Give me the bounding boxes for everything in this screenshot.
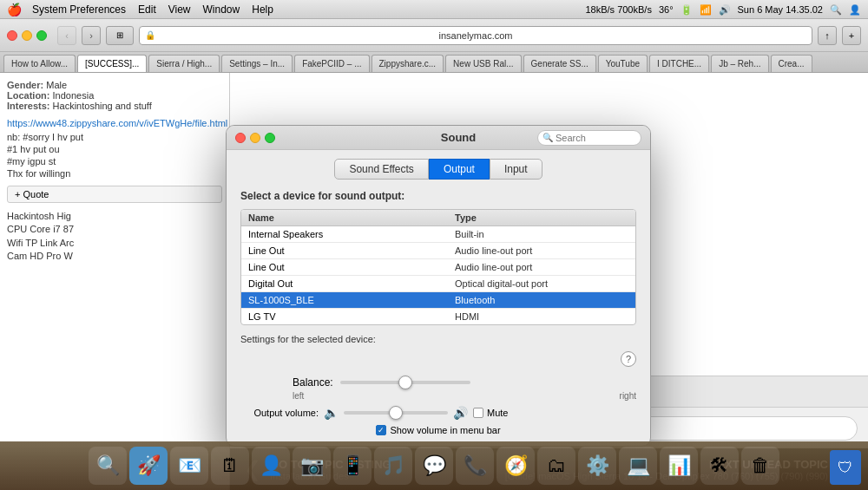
volume-slider[interactable] <box>344 411 448 415</box>
user-icon[interactable]: 👤 <box>849 4 861 16</box>
address-bar[interactable]: 🔒 insanelymac.com <box>139 26 812 45</box>
apple-menu[interactable]: 🍎 <box>7 3 22 16</box>
search-wrapper: 🔍 <box>537 130 641 146</box>
dock-messages[interactable]: 💬 <box>415 447 453 485</box>
show-volume-checkbox[interactable]: ✓ <box>376 425 386 435</box>
url-text: insanelymac.com <box>439 30 513 41</box>
browser-tabs: How to Allow... [SUCCESS]... Sierra / Hi… <box>0 52 868 73</box>
dock-mail[interactable]: 📧 <box>170 447 208 485</box>
dialog-close[interactable] <box>235 133 246 143</box>
dock-finder[interactable]: 🔍 <box>89 447 127 485</box>
volume-row: Output volume: 🔈 🔊 Mute <box>240 406 636 420</box>
menu-edit[interactable]: Edit <box>138 3 156 16</box>
sound-dialog: Sound 🔍 Sound Effects Output Input Selec… <box>226 125 651 447</box>
show-volume-label: Show volume in menu bar <box>390 425 500 435</box>
dock-activity[interactable]: 📊 <box>660 447 698 485</box>
share-button[interactable]: ↑ <box>818 26 837 45</box>
maximize-button[interactable] <box>36 30 47 41</box>
col-header-type: Type <box>455 212 628 223</box>
dialog-body: Select a device for sound output: Name T… <box>227 180 650 446</box>
menu-help[interactable]: Help <box>252 3 273 16</box>
minimize-button[interactable] <box>22 30 32 41</box>
tab-overview-button[interactable]: ⊞ <box>106 26 134 45</box>
volume-icon[interactable]: 🔊 <box>719 4 731 16</box>
mute-checkbox[interactable] <box>473 408 483 418</box>
battery-icon: 🔋 <box>681 4 693 16</box>
vpn-shield-icon[interactable]: 🛡 <box>830 450 861 485</box>
balance-label: Balance: <box>293 376 333 389</box>
dialog-zoom[interactable] <box>265 133 275 143</box>
traffic-lights <box>7 30 47 41</box>
tab-4[interactable]: FakePCIID – ... <box>294 55 369 72</box>
device-row-4[interactable]: SL-1000S_BLE Bluetooth <box>241 292 635 309</box>
menu-view[interactable]: View <box>168 3 191 16</box>
cpu-temp: 36° <box>659 4 674 15</box>
slider-labels: left right <box>293 391 636 401</box>
help-button[interactable]: ? <box>621 351 636 367</box>
dock-phone[interactable]: 📞 <box>456 447 494 485</box>
menubar-right: 18kB/s 700kB/s 36° 🔋 📶 🔊 Sun 6 May 14.35… <box>585 0 861 19</box>
dock-safari[interactable]: 🧭 <box>496 447 535 485</box>
tab-output[interactable]: Output <box>429 159 490 180</box>
tab-1[interactable]: [SUCCESS]... <box>77 55 147 72</box>
device-row-5[interactable]: LG TV HDMI <box>241 309 635 324</box>
quote-button[interactable]: + Quote <box>7 186 222 203</box>
network-icon: 18kB/s 700kB/s <box>585 4 651 15</box>
menu-system-preferences[interactable]: System Preferences <box>32 3 126 16</box>
mute-label: Mute <box>487 408 508 418</box>
device-row-2[interactable]: Line Out Audio line-out port <box>241 259 635 276</box>
new-tab-button[interactable]: + <box>842 26 861 45</box>
tab-11[interactable]: Crea... <box>771 55 812 72</box>
tab-8[interactable]: YouTube <box>598 55 648 72</box>
volume-label: Output volume: <box>240 408 319 418</box>
forum-link[interactable]: https://www48.zippyshare.com/v/ivETWgHe/… <box>7 118 222 128</box>
dock-terminal[interactable]: 💻 <box>619 447 657 485</box>
dock-facetime[interactable]: 📱 <box>333 447 372 485</box>
dialog-titlebar: Sound 🔍 <box>227 126 650 150</box>
device-row-1[interactable]: Line Out Audio line-out port <box>241 243 635 259</box>
device-row-3[interactable]: Digital Out Optical digital-out port <box>241 276 635 292</box>
tab-5[interactable]: Zippyshare.c... <box>372 55 444 72</box>
dock: 🔍 🚀 📧 🗓 👤 📷 📱 🎵 💬 📞 🧭 🗂 ⚙️ 💻 📊 🛠 🗑 🛡 <box>0 441 868 490</box>
forum-text-2: #1 hv put ou <box>7 144 222 154</box>
spotlight-icon[interactable]: 🔍 <box>830 4 842 16</box>
ssl-lock-icon: 🔒 <box>145 30 155 40</box>
settings-title: Settings for the selected device: <box>240 334 636 344</box>
tab-sound-effects[interactable]: Sound Effects <box>334 159 429 180</box>
browser: ‹ › ⊞ 🔒 insanelymac.com ↑ + How to Allow… <box>0 19 868 490</box>
dock-music[interactable]: 🎵 <box>374 447 412 485</box>
browser-toolbar: ‹ › ⊞ 🔒 insanelymac.com ↑ + <box>0 19 868 52</box>
device-row-0[interactable]: Internal Speakers Built-in <box>241 226 635 243</box>
dock-utils[interactable]: 🛠 <box>700 447 739 485</box>
balance-slider[interactable] <box>340 376 636 389</box>
specs-text: Hackintosh Hig CPU Core i7 87 Wifi TP Li… <box>7 210 222 264</box>
tab-2[interactable]: Sierra / High... <box>148 55 220 72</box>
tab-input[interactable]: Input <box>490 159 542 180</box>
show-volume-row: ✓ Show volume in menu bar <box>240 425 636 435</box>
dock-files[interactable]: 🗂 <box>537 447 575 485</box>
dialog-minimize[interactable] <box>250 133 260 143</box>
forward-button[interactable]: › <box>82 26 101 45</box>
tab-6[interactable]: New USB Ral... <box>445 55 521 72</box>
dock-settings[interactable]: ⚙️ <box>578 447 616 485</box>
table-header: Name Type <box>241 210 635 226</box>
dock-photos[interactable]: 📷 <box>293 447 331 485</box>
forum-text-3: #my igpu st <box>7 156 222 167</box>
dialog-traffic-lights <box>235 133 275 143</box>
dock-trash[interactable]: 🗑 <box>741 447 779 485</box>
tab-9[interactable]: I DITCHE... <box>649 55 709 72</box>
dialog-search-input[interactable] <box>537 130 641 146</box>
dock-calendar[interactable]: 🗓 <box>211 447 249 485</box>
tab-10[interactable]: Jb – Reh... <box>711 55 768 72</box>
dock-contacts[interactable]: 👤 <box>252 447 290 485</box>
back-button[interactable]: ‹ <box>57 26 76 45</box>
close-button[interactable] <box>7 30 17 41</box>
tab-7[interactable]: Generate SS... <box>523 55 596 72</box>
page-content: Gender: Male Location: Indonesia Interes… <box>0 73 868 490</box>
volume-low-icon: 🔈 <box>324 406 339 420</box>
tab-3[interactable]: Settings – In... <box>221 55 293 72</box>
balance-slider-input[interactable] <box>340 381 470 384</box>
menu-window[interactable]: Window <box>203 3 240 16</box>
dock-launchpad[interactable]: 🚀 <box>129 447 168 485</box>
tab-0[interactable]: How to Allow... <box>3 55 76 72</box>
